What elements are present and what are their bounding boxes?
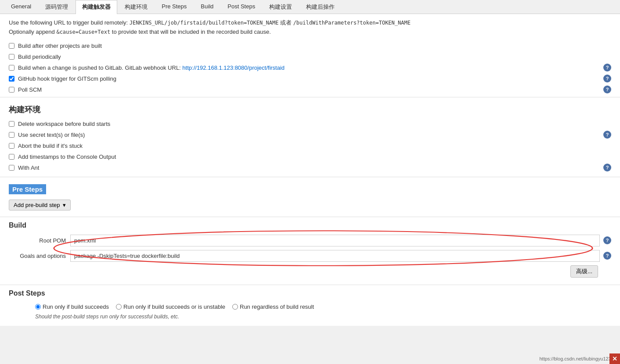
trigger-help-icon-2[interactable]: ?: [603, 64, 611, 71]
trigger-checkbox-label-2: Build when a change is pushed to GitLab.…: [18, 64, 285, 71]
trigger-checkbox-row-4: Poll SCM?: [0, 84, 620, 95]
build-env-heading: 构建环境: [0, 99, 620, 118]
build-env-row-0: Delete workspace before build starts: [0, 118, 620, 129]
tab-postbuild[interactable]: 构建后操作: [299, 0, 341, 14]
tab-general[interactable]: General: [4, 0, 38, 14]
post-radio-0[interactable]: [35, 304, 41, 310]
url-code3: &cause=Cause+Text: [56, 29, 110, 35]
main-content: Use the following URL to trigger build r…: [0, 14, 620, 326]
url-suffix: to provide text that will be included in…: [110, 29, 271, 35]
root-pom-input[interactable]: [70, 235, 600, 246]
tab-poststeps[interactable]: Post Steps: [221, 0, 262, 14]
trigger-checkbox-label-4: Poll SCM: [18, 86, 42, 93]
gitlab-link[interactable]: http://192.168.1.123:8080/project/firsta…: [182, 64, 285, 71]
trigger-checkbox-row-0: Build after other projects are built: [0, 40, 620, 51]
build-env-checkbox-0[interactable]: [9, 121, 14, 127]
build-env-row-1: Use secret text(s) or file(s)?: [0, 129, 620, 140]
goals-label: Goals and options: [9, 253, 70, 259]
post-steps-heading: Post Steps: [9, 289, 611, 297]
pre-steps-heading: Pre Steps: [9, 184, 46, 194]
build-env-checkbox-2[interactable]: [9, 143, 14, 149]
tab-presteps[interactable]: Pre Steps: [155, 0, 193, 14]
post-radio-2[interactable]: [232, 304, 238, 310]
tab-build[interactable]: Build: [194, 0, 220, 14]
build-env-help-icon-1[interactable]: ?: [603, 131, 611, 139]
add-pre-build-step-button[interactable]: Add pre-build step ▾: [9, 200, 71, 211]
post-radio-1[interactable]: [116, 304, 122, 310]
build-env-label-0: Delete workspace before build starts: [18, 121, 110, 127]
trigger-checkbox-row-1: Build periodically: [0, 51, 620, 62]
root-pom-help-icon[interactable]: ?: [603, 236, 611, 244]
build-env-checkbox-1[interactable]: [9, 132, 14, 138]
trigger-checkbox-1[interactable]: [9, 54, 14, 60]
build-env-label-3: Add timestamps to the Console Output: [18, 153, 116, 160]
build-env-row-2: Abort the build if it's stuck: [0, 140, 620, 151]
post-radio-item-1: Run only if build succeeds or is unstabl…: [116, 303, 225, 310]
pre-steps-actions: Add pre-build step ▾: [0, 198, 620, 217]
caret-icon: ▾: [63, 202, 66, 208]
url-optionally: Optionally append: [9, 29, 56, 35]
trigger-help-icon-3[interactable]: ?: [603, 75, 611, 82]
build-env-checkboxes: Delete workspace before build startsUse …: [0, 118, 620, 173]
build-env-help-icon-4[interactable]: ?: [603, 164, 611, 171]
post-radio-item-2: Run regardless of build result: [232, 303, 314, 310]
trigger-checkbox-row-2: Build when a change is pushed to GitLab.…: [0, 62, 620, 73]
build-env-checkbox-4[interactable]: [9, 165, 14, 171]
pre-steps-container: Pre Steps: [0, 181, 620, 198]
trigger-checkbox-row-3: GitHub hook trigger for GITScm polling?: [0, 73, 620, 84]
post-radio-label-0: Run only if build succeeds: [43, 303, 109, 310]
goals-help-icon[interactable]: ?: [603, 252, 611, 260]
url-line2: Optionally append &cause=Cause+Text to p…: [9, 28, 611, 37]
add-pre-build-label: Add pre-build step: [14, 202, 60, 208]
trigger-checkbox-label-3: GitHub hook trigger for GITScm polling: [18, 75, 116, 82]
post-steps-radio-group: Run only if build succeedsRun only if bu…: [9, 302, 611, 312]
goals-row: Goals and options ?: [9, 250, 611, 262]
tab-bar: General源码管理构建触发器构建环境Pre StepsBuildPost S…: [0, 0, 620, 14]
trigger-checkboxes: Build after other projects are builtBuil…: [0, 40, 620, 95]
build-heading: Build: [9, 221, 611, 229]
post-radio-label-1: Run only if build succeeds or is unstabl…: [123, 303, 225, 310]
build-env-row-3: Add timestamps to the Console Output: [0, 151, 620, 162]
url-code1: JENKINS_URL/job/firstaid/build?token=TOK…: [130, 20, 279, 26]
trigger-checkbox-label-0: Build after other projects are built: [18, 43, 102, 49]
build-env-label-1: Use secret text(s) or file(s): [18, 132, 85, 138]
tab-settings[interactable]: 构建设置: [263, 0, 299, 14]
url-line1: Use the following URL to trigger build r…: [9, 18, 611, 28]
tab-env[interactable]: 构建环境: [118, 0, 154, 14]
url-or: 或者: [280, 19, 292, 26]
post-steps-section: Post Steps Run only if build succeedsRun…: [0, 285, 620, 326]
build-section: Build Root POM ? Goals and options ? 高级.…: [0, 217, 620, 285]
goals-input[interactable]: [70, 250, 600, 262]
advanced-button[interactable]: 高级...: [570, 265, 598, 278]
build-env-row-4: With Ant?: [0, 162, 620, 173]
build-env-label-2: Abort the build if it's stuck: [18, 143, 83, 149]
root-pom-row: Root POM ?: [9, 235, 611, 246]
trigger-help-icon-4[interactable]: ?: [603, 86, 611, 93]
post-radio-item-0: Run only if build succeeds: [35, 303, 109, 310]
root-pom-label: Root POM: [9, 237, 70, 244]
url-code2: /buildWithParameters?token=TOKEN_NAME: [293, 20, 411, 26]
url-prefix: Use the following URL to trigger build r…: [9, 19, 130, 26]
tab-source[interactable]: 源码管理: [39, 0, 75, 14]
tab-trigger[interactable]: 构建触发器: [76, 0, 117, 14]
trigger-checkbox-0[interactable]: [9, 43, 14, 49]
url-info-section: Use the following URL to trigger build r…: [0, 14, 620, 40]
post-steps-note: Should the post-build steps run only for…: [9, 312, 611, 321]
advanced-btn-row: 高级...: [9, 265, 611, 278]
post-radio-label-2: Run regardless of build result: [240, 303, 314, 310]
build-env-label-4: With Ant: [18, 164, 39, 171]
trigger-checkbox-3[interactable]: [9, 76, 14, 82]
trigger-checkbox-2[interactable]: [9, 65, 14, 71]
trigger-checkbox-4[interactable]: [9, 87, 14, 93]
trigger-checkbox-label-1: Build periodically: [18, 54, 61, 60]
build-env-checkbox-3[interactable]: [9, 154, 14, 160]
